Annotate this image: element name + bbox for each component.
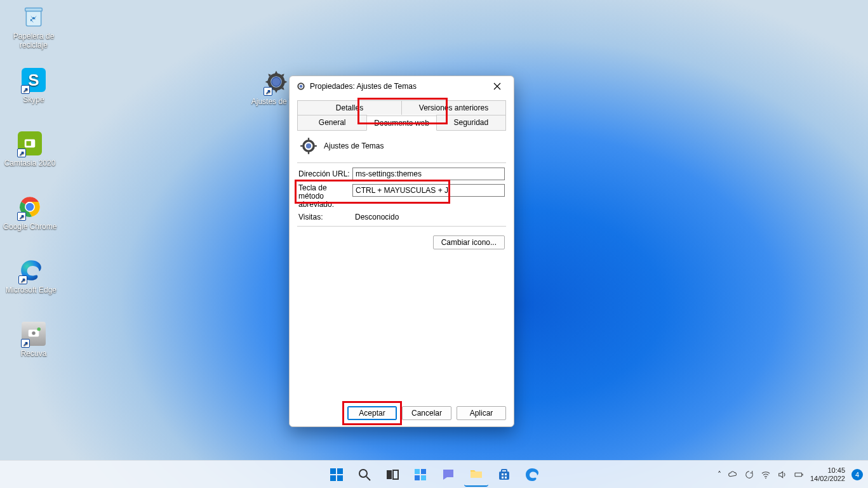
recycle-bin-icon xyxy=(20,3,48,30)
svg-rect-31 xyxy=(421,475,426,480)
windows-logo-icon xyxy=(329,467,344,482)
svg-point-11 xyxy=(272,78,281,86)
url-input[interactable] xyxy=(352,168,505,180)
recuva-icon: ↗ xyxy=(20,320,48,348)
edge-icon: ↗ xyxy=(17,256,45,284)
taskbar: ˄ 10:45 14/02/2022 4 xyxy=(0,460,868,488)
onedrive-icon[interactable] xyxy=(728,470,738,480)
camtasia-icon: ↗ xyxy=(16,129,44,157)
search-button[interactable] xyxy=(352,463,377,487)
desktop-icon-recuva[interactable]: ↗ Recuva xyxy=(5,320,62,358)
row-visits: Visitas: Desconocido xyxy=(297,211,506,223)
chat-button[interactable] xyxy=(436,463,460,487)
dialog-tabs: Detalles Versiones anteriores General Do… xyxy=(297,100,506,131)
tab-web-document[interactable]: Documento web xyxy=(366,115,436,131)
svg-rect-17 xyxy=(308,152,309,154)
visits-label: Visitas: xyxy=(298,213,352,221)
svg-rect-29 xyxy=(421,469,426,474)
desktop-icon-label: Skype xyxy=(23,95,44,104)
microsoft-store-button[interactable] xyxy=(492,463,516,487)
desktop-icon-chrome[interactable]: ↗ Google Chrome xyxy=(1,193,58,231)
svg-rect-18 xyxy=(300,145,303,147)
cancel-button[interactable]: Cancelar xyxy=(402,406,451,420)
svg-rect-22 xyxy=(330,475,336,481)
tray-time: 10:45 xyxy=(810,466,845,475)
wifi-icon[interactable] xyxy=(761,470,771,480)
svg-point-24 xyxy=(359,470,367,477)
folder-icon xyxy=(469,466,484,482)
desktop-icon-label: Recuva xyxy=(21,349,47,358)
ok-button[interactable]: Aceptar xyxy=(347,406,397,420)
svg-rect-35 xyxy=(502,473,504,475)
svg-rect-19 xyxy=(314,145,317,147)
svg-rect-37 xyxy=(502,477,504,478)
svg-point-39 xyxy=(765,477,766,478)
desktop-icon-label: Google Chrome xyxy=(3,222,57,231)
svg-point-8 xyxy=(32,331,36,335)
dialog-content-header: Ajustes de Temas xyxy=(297,131,506,160)
svg-rect-30 xyxy=(415,475,420,480)
tab-previous-versions[interactable]: Versiones anteriores xyxy=(401,100,506,115)
tab-details[interactable]: Detalles xyxy=(297,100,402,115)
dialog-title: Propiedades: Ajustes de Temas xyxy=(310,82,417,91)
tray-datetime[interactable]: 10:45 14/02/2022 xyxy=(810,466,845,483)
task-view-button[interactable] xyxy=(380,463,404,487)
svg-rect-41 xyxy=(802,473,803,475)
dialog-titlebar[interactable]: Propiedades: Ajustes de Temas xyxy=(290,76,514,96)
system-tray: ˄ 10:45 14/02/2022 4 xyxy=(718,466,863,483)
close-button[interactable] xyxy=(484,77,510,95)
dialog-footer: Aceptar Cancelar Aplicar xyxy=(290,401,514,426)
tab-security[interactable]: Seguridad xyxy=(436,115,506,130)
svg-point-15 xyxy=(306,143,311,148)
widgets-button[interactable] xyxy=(408,463,432,487)
desktop-icon-camtasia[interactable]: ↗ Camtasia 2020 xyxy=(1,129,58,168)
svg-rect-40 xyxy=(795,473,802,476)
tray-chevron-up-icon[interactable]: ˄ xyxy=(718,470,721,479)
divider xyxy=(297,162,506,163)
change-icon-button[interactable]: Cambiar icono... xyxy=(433,235,505,249)
svg-rect-38 xyxy=(505,477,507,478)
url-label: Dirección URL: xyxy=(298,169,352,178)
edge-icon xyxy=(524,467,540,482)
svg-rect-20 xyxy=(330,468,336,474)
start-button[interactable] xyxy=(324,463,349,487)
desktop-icon-recycle-bin[interactable]: Papelera de reciclaje xyxy=(5,3,62,49)
apply-button[interactable]: Aplicar xyxy=(457,406,506,420)
svg-point-13 xyxy=(300,85,303,88)
svg-rect-36 xyxy=(505,473,507,475)
svg-rect-16 xyxy=(308,138,309,140)
gear-icon: ↗ xyxy=(262,68,290,96)
svg-rect-21 xyxy=(337,468,343,474)
properties-dialog: Propiedades: Ajustes de Temas Detalles V… xyxy=(289,76,514,427)
skype-icon: S ↗ xyxy=(20,66,48,94)
visits-value: Desconocido xyxy=(352,213,505,221)
svg-rect-34 xyxy=(502,470,507,472)
windows-update-icon[interactable] xyxy=(744,470,754,480)
svg-rect-28 xyxy=(415,469,420,474)
tab-general[interactable]: General xyxy=(297,115,367,130)
row-shortcut-key: Tecla de métodoabreviado: xyxy=(297,182,506,211)
close-icon xyxy=(493,82,501,90)
edge-taskbar-button[interactable] xyxy=(520,463,544,487)
desktop-icon-edge[interactable]: ↗ Microsoft Edge xyxy=(3,256,60,294)
desktop-icon-label: Papelera de reciclaje xyxy=(5,32,62,49)
gear-icon xyxy=(300,137,317,155)
battery-icon[interactable] xyxy=(794,470,804,480)
svg-rect-3 xyxy=(27,141,31,145)
task-view-icon xyxy=(385,467,400,482)
widgets-icon xyxy=(413,467,428,482)
file-explorer-button[interactable] xyxy=(464,463,488,487)
notification-badge[interactable]: 4 xyxy=(851,469,863,480)
search-icon xyxy=(357,467,372,482)
svg-rect-32 xyxy=(471,472,482,478)
gear-icon xyxy=(296,81,306,91)
svg-line-25 xyxy=(366,477,370,480)
store-icon xyxy=(497,467,512,482)
chat-icon xyxy=(441,467,456,482)
divider xyxy=(297,226,506,227)
volume-icon[interactable] xyxy=(777,470,787,480)
svg-rect-23 xyxy=(337,475,343,481)
chrome-icon: ↗ xyxy=(16,193,44,221)
desktop-icon-skype[interactable]: S ↗ Skype xyxy=(5,66,62,104)
shortcut-key-input[interactable] xyxy=(352,184,505,197)
